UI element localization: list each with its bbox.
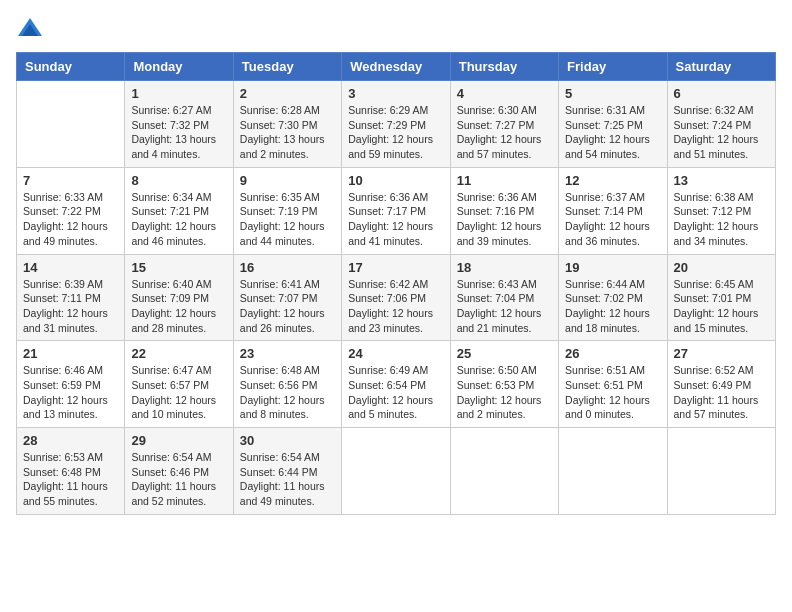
day-number: 28 — [23, 433, 118, 448]
weekday-header-friday: Friday — [559, 53, 667, 81]
calendar-cell: 28Sunrise: 6:53 AM Sunset: 6:48 PM Dayli… — [17, 428, 125, 515]
day-info: Sunrise: 6:43 AM Sunset: 7:04 PM Dayligh… — [457, 277, 552, 336]
day-info: Sunrise: 6:53 AM Sunset: 6:48 PM Dayligh… — [23, 450, 118, 509]
calendar-week-row: 21Sunrise: 6:46 AM Sunset: 6:59 PM Dayli… — [17, 341, 776, 428]
calendar-cell: 29Sunrise: 6:54 AM Sunset: 6:46 PM Dayli… — [125, 428, 233, 515]
day-info: Sunrise: 6:31 AM Sunset: 7:25 PM Dayligh… — [565, 103, 660, 162]
calendar-cell: 15Sunrise: 6:40 AM Sunset: 7:09 PM Dayli… — [125, 254, 233, 341]
day-info: Sunrise: 6:48 AM Sunset: 6:56 PM Dayligh… — [240, 363, 335, 422]
day-info: Sunrise: 6:46 AM Sunset: 6:59 PM Dayligh… — [23, 363, 118, 422]
calendar-cell: 16Sunrise: 6:41 AM Sunset: 7:07 PM Dayli… — [233, 254, 341, 341]
day-number: 19 — [565, 260, 660, 275]
day-info: Sunrise: 6:28 AM Sunset: 7:30 PM Dayligh… — [240, 103, 335, 162]
weekday-header-tuesday: Tuesday — [233, 53, 341, 81]
day-info: Sunrise: 6:52 AM Sunset: 6:49 PM Dayligh… — [674, 363, 769, 422]
day-number: 14 — [23, 260, 118, 275]
day-info: Sunrise: 6:37 AM Sunset: 7:14 PM Dayligh… — [565, 190, 660, 249]
calendar-cell — [17, 81, 125, 168]
calendar-table: SundayMondayTuesdayWednesdayThursdayFrid… — [16, 52, 776, 515]
day-number: 15 — [131, 260, 226, 275]
calendar-cell: 20Sunrise: 6:45 AM Sunset: 7:01 PM Dayli… — [667, 254, 775, 341]
day-number: 22 — [131, 346, 226, 361]
day-info: Sunrise: 6:47 AM Sunset: 6:57 PM Dayligh… — [131, 363, 226, 422]
calendar-cell: 22Sunrise: 6:47 AM Sunset: 6:57 PM Dayli… — [125, 341, 233, 428]
calendar-cell: 9Sunrise: 6:35 AM Sunset: 7:19 PM Daylig… — [233, 167, 341, 254]
day-info: Sunrise: 6:49 AM Sunset: 6:54 PM Dayligh… — [348, 363, 443, 422]
calendar-cell: 27Sunrise: 6:52 AM Sunset: 6:49 PM Dayli… — [667, 341, 775, 428]
day-info: Sunrise: 6:41 AM Sunset: 7:07 PM Dayligh… — [240, 277, 335, 336]
day-number: 18 — [457, 260, 552, 275]
calendar-cell: 3Sunrise: 6:29 AM Sunset: 7:29 PM Daylig… — [342, 81, 450, 168]
weekday-header-sunday: Sunday — [17, 53, 125, 81]
day-number: 11 — [457, 173, 552, 188]
day-info: Sunrise: 6:39 AM Sunset: 7:11 PM Dayligh… — [23, 277, 118, 336]
day-number: 4 — [457, 86, 552, 101]
calendar-cell — [342, 428, 450, 515]
day-number: 13 — [674, 173, 769, 188]
day-info: Sunrise: 6:36 AM Sunset: 7:17 PM Dayligh… — [348, 190, 443, 249]
day-info: Sunrise: 6:30 AM Sunset: 7:27 PM Dayligh… — [457, 103, 552, 162]
calendar-cell: 8Sunrise: 6:34 AM Sunset: 7:21 PM Daylig… — [125, 167, 233, 254]
day-number: 1 — [131, 86, 226, 101]
weekday-header-saturday: Saturday — [667, 53, 775, 81]
day-number: 8 — [131, 173, 226, 188]
day-number: 25 — [457, 346, 552, 361]
day-number: 24 — [348, 346, 443, 361]
calendar-cell: 18Sunrise: 6:43 AM Sunset: 7:04 PM Dayli… — [450, 254, 558, 341]
day-info: Sunrise: 6:27 AM Sunset: 7:32 PM Dayligh… — [131, 103, 226, 162]
day-info: Sunrise: 6:32 AM Sunset: 7:24 PM Dayligh… — [674, 103, 769, 162]
weekday-header-thursday: Thursday — [450, 53, 558, 81]
calendar-cell: 25Sunrise: 6:50 AM Sunset: 6:53 PM Dayli… — [450, 341, 558, 428]
calendar-cell — [667, 428, 775, 515]
calendar-cell: 17Sunrise: 6:42 AM Sunset: 7:06 PM Dayli… — [342, 254, 450, 341]
calendar-cell: 11Sunrise: 6:36 AM Sunset: 7:16 PM Dayli… — [450, 167, 558, 254]
calendar-cell: 23Sunrise: 6:48 AM Sunset: 6:56 PM Dayli… — [233, 341, 341, 428]
day-info: Sunrise: 6:38 AM Sunset: 7:12 PM Dayligh… — [674, 190, 769, 249]
day-info: Sunrise: 6:50 AM Sunset: 6:53 PM Dayligh… — [457, 363, 552, 422]
day-info: Sunrise: 6:34 AM Sunset: 7:21 PM Dayligh… — [131, 190, 226, 249]
day-number: 21 — [23, 346, 118, 361]
calendar-week-row: 7Sunrise: 6:33 AM Sunset: 7:22 PM Daylig… — [17, 167, 776, 254]
calendar-cell: 10Sunrise: 6:36 AM Sunset: 7:17 PM Dayli… — [342, 167, 450, 254]
calendar-cell: 19Sunrise: 6:44 AM Sunset: 7:02 PM Dayli… — [559, 254, 667, 341]
weekday-header-wednesday: Wednesday — [342, 53, 450, 81]
calendar-cell: 26Sunrise: 6:51 AM Sunset: 6:51 PM Dayli… — [559, 341, 667, 428]
day-info: Sunrise: 6:45 AM Sunset: 7:01 PM Dayligh… — [674, 277, 769, 336]
calendar-week-row: 1Sunrise: 6:27 AM Sunset: 7:32 PM Daylig… — [17, 81, 776, 168]
calendar-cell: 7Sunrise: 6:33 AM Sunset: 7:22 PM Daylig… — [17, 167, 125, 254]
day-info: Sunrise: 6:33 AM Sunset: 7:22 PM Dayligh… — [23, 190, 118, 249]
calendar-cell: 4Sunrise: 6:30 AM Sunset: 7:27 PM Daylig… — [450, 81, 558, 168]
day-info: Sunrise: 6:51 AM Sunset: 6:51 PM Dayligh… — [565, 363, 660, 422]
day-info: Sunrise: 6:40 AM Sunset: 7:09 PM Dayligh… — [131, 277, 226, 336]
day-info: Sunrise: 6:42 AM Sunset: 7:06 PM Dayligh… — [348, 277, 443, 336]
day-info: Sunrise: 6:44 AM Sunset: 7:02 PM Dayligh… — [565, 277, 660, 336]
day-number: 27 — [674, 346, 769, 361]
logo — [16, 16, 48, 44]
day-number: 6 — [674, 86, 769, 101]
calendar-cell: 13Sunrise: 6:38 AM Sunset: 7:12 PM Dayli… — [667, 167, 775, 254]
weekday-header-row: SundayMondayTuesdayWednesdayThursdayFrid… — [17, 53, 776, 81]
logo-icon — [16, 16, 44, 44]
day-number: 3 — [348, 86, 443, 101]
calendar-cell: 2Sunrise: 6:28 AM Sunset: 7:30 PM Daylig… — [233, 81, 341, 168]
day-number: 2 — [240, 86, 335, 101]
day-number: 12 — [565, 173, 660, 188]
day-number: 5 — [565, 86, 660, 101]
weekday-header-monday: Monday — [125, 53, 233, 81]
calendar-cell: 6Sunrise: 6:32 AM Sunset: 7:24 PM Daylig… — [667, 81, 775, 168]
day-number: 20 — [674, 260, 769, 275]
day-info: Sunrise: 6:29 AM Sunset: 7:29 PM Dayligh… — [348, 103, 443, 162]
calendar-cell — [450, 428, 558, 515]
calendar-cell: 14Sunrise: 6:39 AM Sunset: 7:11 PM Dayli… — [17, 254, 125, 341]
day-number: 9 — [240, 173, 335, 188]
calendar-cell: 24Sunrise: 6:49 AM Sunset: 6:54 PM Dayli… — [342, 341, 450, 428]
page-header — [16, 16, 776, 44]
day-info: Sunrise: 6:36 AM Sunset: 7:16 PM Dayligh… — [457, 190, 552, 249]
calendar-cell: 30Sunrise: 6:54 AM Sunset: 6:44 PM Dayli… — [233, 428, 341, 515]
day-number: 23 — [240, 346, 335, 361]
calendar-cell — [559, 428, 667, 515]
day-info: Sunrise: 6:54 AM Sunset: 6:46 PM Dayligh… — [131, 450, 226, 509]
day-info: Sunrise: 6:54 AM Sunset: 6:44 PM Dayligh… — [240, 450, 335, 509]
day-number: 10 — [348, 173, 443, 188]
day-info: Sunrise: 6:35 AM Sunset: 7:19 PM Dayligh… — [240, 190, 335, 249]
